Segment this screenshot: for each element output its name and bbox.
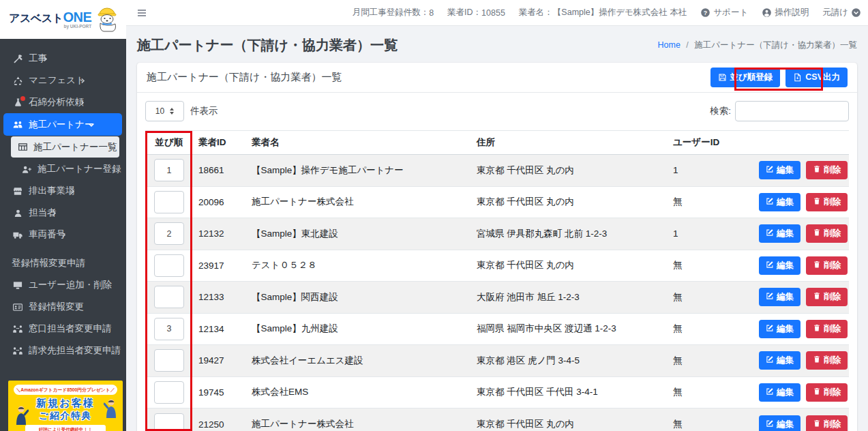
table-row: 12132【Sample】東北建設宮城県 伊具郡丸森町 北前 1-2-31編集削…	[145, 218, 849, 250]
row-delete-button[interactable]: 削除	[806, 193, 848, 211]
svg-text:?: ?	[704, 10, 707, 16]
table-row: 12133【Sample】関西建設大阪府 池田市 旭丘 1-2-3無編集削除	[145, 282, 849, 314]
row-delete-button[interactable]: 削除	[806, 415, 848, 431]
cell-user-id: 無	[668, 345, 738, 377]
sort-order-input[interactable]	[154, 159, 184, 181]
breadcrumb: Home / 施工パートナー（下請け・協力業者）一覧	[658, 40, 857, 51]
main-content: 施工パートナー（下請け・協力業者）一覧 Home / 施工パートナー（下請け・協…	[126, 26, 868, 431]
sort-order-input[interactable]	[154, 191, 184, 213]
cell-vendor-id: 12133	[193, 282, 246, 314]
cell-address: 東京都 千代田区 千代田 3-4-1	[471, 376, 668, 408]
row-delete-button[interactable]: 削除	[806, 256, 848, 275]
cell-actions: 編集削除	[738, 376, 849, 408]
sidebar-item-vehicle-number[interactable]: 車両番号	[0, 224, 126, 246]
row-edit-button[interactable]: 編集	[759, 351, 800, 370]
sidebar-item-staff[interactable]: 担当者	[0, 202, 126, 224]
cell-vendor-id: 12134	[193, 313, 246, 345]
cell-user-id: 無	[668, 250, 738, 282]
edit-icon	[766, 387, 774, 398]
app-logo[interactable]: アスベストONE by UKI-PORT	[0, 0, 126, 39]
sidebar-item-label: 施工パートナー登録	[38, 163, 121, 175]
row-edit-button[interactable]: 編集	[759, 193, 800, 211]
sidebar-item-info-change[interactable]: 登録情報変更	[0, 296, 126, 318]
trash-icon	[813, 228, 821, 239]
row-edit-button[interactable]: 編集	[759, 383, 800, 402]
promo-banner[interactable]: ＼Amazonギフトカード8500円分プレゼント／ 新規お客様 ご紹介特典 好評…	[8, 381, 123, 431]
cell-vendor-id: 12132	[193, 218, 246, 250]
sidebar-item-contact-change[interactable]: 窓口担当者変更申請	[0, 318, 126, 340]
row-delete-button[interactable]: 削除	[806, 351, 848, 370]
role-dropdown[interactable]: 元請け	[822, 7, 861, 18]
row-edit-button[interactable]: 編集	[759, 224, 800, 243]
cell-user-id: 1	[668, 218, 738, 250]
notification-badge	[20, 96, 25, 101]
row-edit-button[interactable]: 編集	[759, 320, 800, 338]
logo-text-jp: アスベスト	[9, 12, 63, 24]
table-row: 23917テスト０５２８東京都 千代田区 丸の内無編集削除	[145, 250, 849, 282]
row-edit-button[interactable]: 編集	[759, 256, 800, 275]
user-plus-icon	[20, 164, 33, 175]
cell-actions: 編集削除	[738, 313, 849, 345]
breadcrumb-home-link[interactable]: Home	[658, 40, 680, 50]
sort-order-input[interactable]	[154, 286, 184, 308]
cell-vendor-id: 23917	[193, 250, 246, 282]
row-delete-button[interactable]: 削除	[806, 320, 848, 338]
row-delete-button[interactable]: 削除	[806, 383, 848, 402]
cell-vendor-name: 【Sample】操作デモ施工パートナー	[246, 155, 471, 187]
sidebar-item-manifest[interactable]: マニフェスト	[0, 70, 126, 91]
col-header-vendor-name: 業者名	[246, 131, 471, 155]
select-arrows-icon	[170, 108, 174, 115]
id-card-icon	[12, 302, 24, 312]
sidebar-item-user-add-delete[interactable]: ユーザー追加・削除	[0, 274, 126, 296]
sort-register-button[interactable]: 並び順登録	[710, 68, 781, 87]
topbar: 月間工事登録件数：8 業者ID：10855 業者名：【Sample】操作デモ株式…	[126, 0, 868, 26]
sidebar-item-partner-list[interactable]: 施工パートナー一覧	[11, 136, 119, 158]
sidebar-label-change-request[interactable]: 登録情報変更申請	[0, 252, 126, 274]
sidebar-item-partners[interactable]: 施工パートナー	[3, 113, 122, 136]
sidebar-item-partner-register[interactable]: 施工パートナー登録	[0, 158, 126, 180]
cell-vendor-id: 20096	[193, 186, 246, 218]
logo-text-one: ONE	[63, 10, 91, 25]
cell-actions: 編集削除	[738, 408, 849, 431]
row-edit-button[interactable]: 編集	[759, 161, 800, 179]
sort-order-input[interactable]	[154, 318, 184, 340]
row-edit-button[interactable]: 編集	[759, 288, 800, 306]
sort-order-input[interactable]	[154, 381, 184, 404]
trash-icon	[813, 355, 821, 366]
sidebar-item-label: 登録情報変更申請	[12, 257, 85, 269]
search-input[interactable]	[735, 101, 849, 121]
promo-person-right-icon	[104, 398, 119, 421]
cell-actions: 編集削除	[738, 345, 849, 377]
row-delete-button[interactable]: 削除	[806, 288, 848, 306]
sidebar-item-label: 施工パートナー一覧	[33, 141, 117, 153]
sort-order-input[interactable]	[154, 254, 184, 277]
table-row: 21250施工パートナー株式会社東京都 千代田区 丸の内無編集削除	[145, 408, 849, 431]
sidebar-item-asbestos-analysis[interactable]: 石綿分析依頼	[0, 91, 126, 113]
page-size-select[interactable]: 10	[145, 101, 184, 121]
row-edit-button[interactable]: 編集	[759, 415, 800, 431]
cell-user-id: 無	[668, 313, 738, 345]
sidebar-item-billing-change[interactable]: 請求先担当者変更申請	[0, 340, 126, 361]
sidebar: アスベストONE by UKI-PORT 工事マニフェスト石綿分析依頼施工パート…	[0, 0, 126, 431]
cell-address: 福岡県 福岡市中央区 渡辺通 1-2-3	[471, 313, 668, 345]
edit-icon	[766, 419, 774, 430]
row-delete-button[interactable]: 削除	[806, 161, 848, 179]
csv-export-button[interactable]: CSV出力	[785, 68, 848, 87]
trash-icon	[813, 165, 821, 175]
sidebar-toggle-icon[interactable]	[136, 8, 147, 18]
edit-icon	[766, 197, 774, 207]
sidebar-item-construction[interactable]: 工事	[0, 48, 126, 70]
col-header-sort-order: 並び順	[145, 131, 193, 155]
manual-link[interactable]: 操作説明	[762, 7, 809, 18]
cell-address: 東京都 千代田区 丸の内	[471, 155, 668, 187]
table-row: 19745株式会社EMS東京都 千代田区 千代田 3-4-1無編集削除	[145, 376, 849, 408]
sort-order-input[interactable]	[154, 349, 184, 372]
cell-actions: 編集削除	[738, 155, 849, 187]
sort-order-input[interactable]	[154, 413, 184, 431]
sidebar-item-waste-site[interactable]: 排出事業場	[0, 180, 126, 202]
table-row: 20096施工パートナー株式会社東京都 千代田区 丸の内無編集削除	[145, 186, 849, 218]
support-link[interactable]: ? サポート	[700, 7, 748, 18]
trash-icon	[813, 197, 821, 207]
sort-order-input[interactable]	[154, 222, 184, 245]
row-delete-button[interactable]: 削除	[806, 224, 848, 243]
